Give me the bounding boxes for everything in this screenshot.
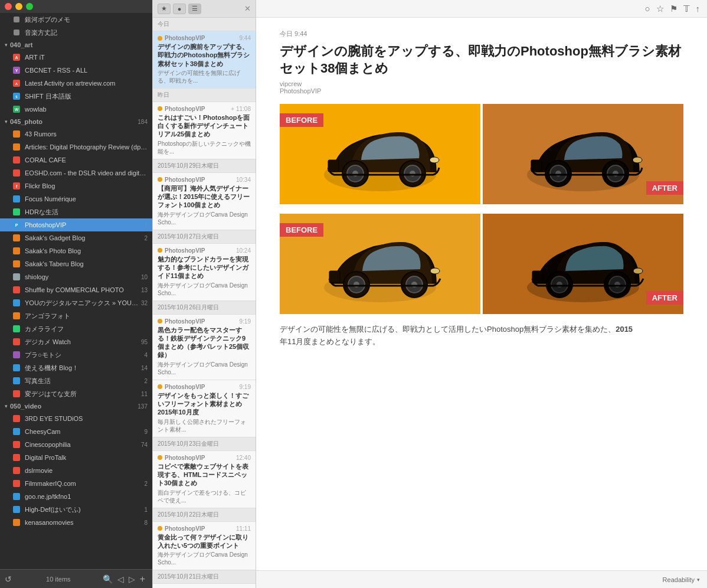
feed-item[interactable]: PhotoshopVIP + 11:08 これはすごい！Photoshopを面白…	[153, 102, 256, 159]
sidebar-item-shuffle[interactable]: Shuffle by COMMERCIAL PHOTO 13	[0, 283, 152, 296]
sidebar-item-ongaku[interactable]: 音楽方丈記	[0, 26, 152, 39]
photo-blog-count: 14	[141, 365, 148, 371]
svg-point-82	[633, 268, 643, 274]
sidebar-item-deji-watch[interactable]: デジカメ Watch 95	[0, 335, 152, 348]
star-icon[interactable]: ☆	[656, 4, 664, 14]
feed-item[interactable]: PhotoshopVIP 9:19 黒色カラー配色をマスターする！鉄板デザインテ…	[153, 315, 256, 380]
sidebar-item-highdef[interactable]: High-Def(はいでふ) 1	[0, 503, 152, 516]
sidebar-item-hatebu[interactable]: 変デジはてな支所 11	[0, 387, 152, 400]
sidebar-item-coral[interactable]: CORAL CAFE	[0, 153, 152, 166]
list-view-button[interactable]: ☰	[188, 4, 201, 14]
sidebar-item-kenasa[interactable]: kenasanomovies 8	[0, 516, 152, 529]
refresh-icon[interactable]: ↺	[5, 574, 12, 584]
sidebar-item-3rdeye[interactable]: 3RD EYE STUDiOS	[0, 412, 152, 425]
article-content: 今日 9:44 デザインの腕前をアップする、即戦力のPhotoshop無料ブラシ…	[256, 18, 707, 570]
before-image-top: BEFORE	[280, 104, 480, 204]
share-icon[interactable]: ↑	[696, 4, 701, 14]
close-button[interactable]: ✕	[244, 4, 251, 13]
sidebar-item-dslrmovie[interactable]: dslrmovie	[0, 464, 152, 477]
add-icon[interactable]: +	[140, 574, 145, 584]
svg-rect-19	[13, 208, 20, 215]
feed-title: 【商用可】海外人気デザイナーが選ぶ！2015年に使えるフリーフォント100個まと…	[158, 184, 251, 210]
sidebar-item-eoshd[interactable]: EOSHD.com - the DSLR video and digital f…	[0, 166, 152, 179]
sidebar-item-cbcnet[interactable]: Y CBCNET - RSS - ALL	[0, 64, 152, 77]
nav-prev-icon[interactable]: ◁	[117, 574, 124, 584]
sidebar-item-hdri[interactable]: HDRな生活	[0, 205, 152, 218]
sidebar-item-sakak-taberu[interactable]: Sakak's Taberu Blog	[0, 257, 152, 270]
sidebar-item-flickr[interactable]: f Flickr Blog	[0, 179, 152, 192]
twitter-icon[interactable]: 𝕋	[683, 4, 690, 14]
sidebar-item-label: カメラライフ	[25, 325, 148, 334]
sidebar-section-050video[interactable]: ▾ 050_video 137	[0, 400, 152, 412]
feed-source: PhotoshopVIP	[165, 35, 205, 41]
sidebar-item-photo-blog[interactable]: 使える機材 Blog！ 14	[0, 361, 152, 374]
date-header: 2015年10月27日火曜日	[153, 230, 256, 244]
readability-button[interactable]: Readability ▾	[663, 576, 700, 583]
feed-item[interactable]: PhotoshopVIP 11:11 黄金比って何？デザインに取り入れたい5つの…	[153, 522, 256, 571]
sidebar-section-045photo[interactable]: ▾ 045_photo 184	[0, 116, 152, 128]
feed-excerpt: 海外デザインブログCanva Design Scho...	[158, 551, 251, 566]
eoshd-icon	[12, 168, 21, 178]
feed-item[interactable]: PhotoshopVIP 9:44 デザインの腕前をアップする、即戦力のPhot…	[153, 31, 256, 89]
search-icon[interactable]: ○	[644, 4, 650, 14]
traffic-light-yellow[interactable]	[15, 3, 22, 10]
svg-point-52	[430, 157, 439, 163]
sidebar-item-shift[interactable]: S SHIFT 日本語版	[0, 90, 152, 103]
sidebar-item-wowlab[interactable]: W wowlab	[0, 103, 152, 116]
traffic-light-red[interactable]	[5, 3, 12, 10]
svg-point-62	[633, 157, 642, 163]
sakak-photo-icon	[12, 246, 21, 256]
sidebar-item-pla-moto[interactable]: プラ○モトシ 4	[0, 348, 152, 361]
feed-item[interactable]: PhotoshopVIP 9:10 プロの魅力的な色使い！参考にしたい配色カラー…	[153, 584, 256, 588]
traffic-light-green[interactable]	[26, 3, 33, 10]
sidebar-item-shiology[interactable]: shiology 10	[0, 270, 152, 283]
circle-filter-button[interactable]: ●	[173, 4, 186, 14]
sidebar-item-label: FilmmakerIQ.com	[25, 480, 142, 487]
sidebar-item-filmmaker[interactable]: FilmmakerIQ.com 2	[0, 477, 152, 490]
search-icon[interactable]: 🔍	[103, 574, 113, 584]
sidebar-item-sakak-photo[interactable]: Sakak's Photo Blog	[0, 244, 152, 257]
sidebar-item-goo[interactable]: goo.ne.jp/tkfno1	[0, 490, 152, 503]
feed-item[interactable]: PhotoshopVIP 10:24 魅力的なブランドカラーを実現する！参考にし…	[153, 244, 256, 301]
sidebar-item-shasin[interactable]: 写真生活 2	[0, 374, 152, 387]
sidebar-item-dpreviev[interactable]: Articles: Digital Photography Review (dp…	[0, 141, 152, 153]
sidebar-item-artreview[interactable]: A Latest Activity on artreview.com	[0, 77, 152, 90]
sidebar-item-label: 写真生活	[25, 377, 142, 386]
feed-item[interactable]: PhotoshopVIP 9:19 デザインをもっと楽しく！すごいフリーフォント…	[153, 380, 256, 437]
svg-rect-73	[329, 271, 340, 283]
date-header: 2015年10月26日月曜日	[153, 301, 256, 315]
3rdeye-icon	[12, 414, 21, 423]
svg-rect-29	[13, 325, 20, 332]
sidebar-item-focus[interactable]: Focus Numérique	[0, 192, 152, 205]
nav-next-icon[interactable]: ▷	[129, 574, 135, 584]
sidebar-section-040art[interactable]: ▾ 040_art	[0, 39, 152, 51]
sidebar-item-you-digital[interactable]: YOUのデジタルマニアックス » YOUのデジタル... 32	[0, 296, 152, 309]
sidebar-item-digital-pro[interactable]: Digital ProTalk	[0, 451, 152, 464]
sidebar-item-artit[interactable]: A ART iT	[0, 51, 152, 64]
feed-excerpt: 毎月新しく公開されたフリーフォント素材...	[158, 418, 251, 433]
feed-source: PhotoshopVIP	[165, 177, 205, 183]
feed-item[interactable]: PhotoshopVIP 10:34 【商用可】海外人気デザイナーが選ぶ！201…	[153, 173, 256, 230]
filmmaker-icon	[12, 479, 21, 488]
feed-source: PhotoshopVIP	[165, 247, 205, 254]
sidebar-item-label: デジカメ Watch	[25, 338, 139, 347]
section-count: 184	[138, 119, 148, 125]
sidebar-item-cheesy[interactable]: CheesyCam 9	[0, 425, 152, 438]
sidebar-item-ginkabox[interactable]: 銀河ボブのメモ	[0, 13, 152, 26]
svg-rect-38	[13, 454, 20, 461]
sidebar-item-photoshopvip[interactable]: P PhotoshopVIP 1	[0, 218, 152, 231]
star-filter-button[interactable]: ★	[158, 4, 171, 14]
feed-item[interactable]: PhotoshopVIP 12:40 コピペで素敵ウェブサイトを表現する、HTM…	[153, 451, 256, 508]
sidebar-item-cinesco[interactable]: Cinescopophilia 74	[0, 438, 152, 451]
unread-dot	[158, 177, 162, 182]
after-image-top: AFTER	[483, 104, 683, 204]
feed-source: PhotoshopVIP	[165, 455, 205, 461]
flag-icon[interactable]: ⚑	[670, 4, 677, 14]
cbcnet-icon: Y	[12, 66, 21, 75]
sidebar-item-sakak-gadget[interactable]: Sakak's Gadget Blog 2	[0, 231, 152, 244]
sidebar-item-43rumors[interactable]: 43 Rumors	[0, 128, 152, 141]
sidebar-item-camera-life[interactable]: カメラライフ	[0, 322, 152, 335]
feed-scroll[interactable]: 今日 PhotoshopVIP 9:44 デザインの腕前をアップする、即戦力のP…	[153, 18, 256, 588]
sidebar-item-angola[interactable]: アンゴラフォト	[0, 309, 152, 322]
dslrmovie-icon	[12, 466, 21, 475]
